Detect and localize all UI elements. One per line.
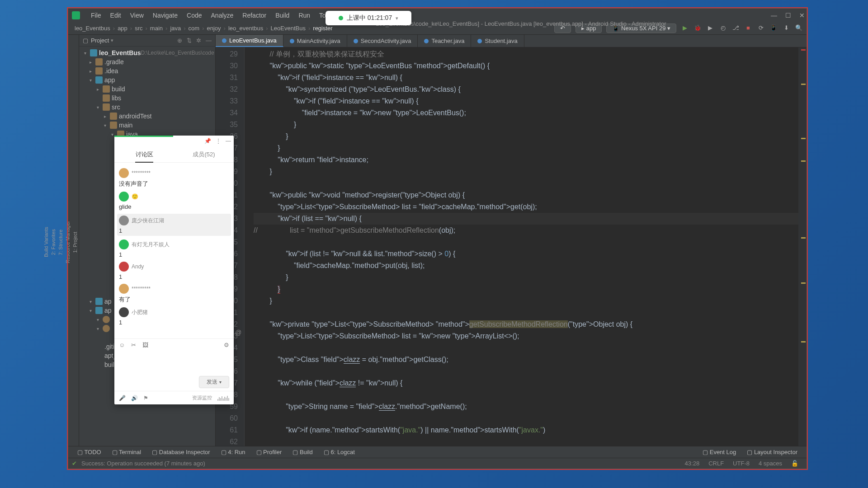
crumb[interactable]: java [167,25,184,32]
menu-view[interactable]: View [126,12,148,19]
menu-code[interactable]: Code [182,12,206,19]
emoji-icon[interactable]: ☺ [119,342,125,348]
more-icon[interactable]: ⋮ [216,138,221,144]
chat-message[interactable]: 小肥猪1 [119,307,229,326]
structure-tab[interactable]: 7: Structure [57,222,64,263]
chat-input[interactable] [119,351,229,373]
project-header: ▢ Project ▾ ⊕ ⇅ ✲ — [79,35,215,47]
menu-run[interactable]: Run [294,12,315,19]
flag-icon[interactable]: ⚑ [143,395,148,401]
crumb[interactable]: leo_Eventbus [72,25,113,32]
crumb[interactable]: src [132,25,145,32]
image-icon[interactable]: 🖼 [142,342,148,348]
tree-node[interactable]: ▾src [79,103,215,112]
markers-strip[interactable] [798,47,807,446]
speaker-icon[interactable]: 🔊 [131,395,138,401]
send-button[interactable]: 发送 ▾ [199,376,229,388]
bottom-tool[interactable]: ▢ Build [287,449,318,455]
chat-message[interactable]: Andy1 [119,262,229,280]
mic-icon[interactable]: 🎤 [119,395,126,401]
tree-node[interactable]: ▸build [79,84,215,94]
editor-tab[interactable]: LeoEventBus.java [216,35,283,47]
variants-tab[interactable]: Build Variants [42,220,50,264]
menu-navigate[interactable]: Navigate [148,12,182,19]
tree-node[interactable]: ▸androidTest [79,112,215,121]
project-tab[interactable]: 1: Project [71,225,79,260]
tab-members[interactable]: 成员(52) [174,146,234,162]
expand-icon[interactable]: ⇅ [187,37,192,44]
maximize-icon[interactable]: ☐ [785,12,791,19]
resource-manager-tab[interactable]: Resource Manager [64,214,71,271]
title-path: Leo_EventBus\code_ke\Leo_EventBus] - Leo… [376,20,666,27]
scissors-icon[interactable]: ✂ [131,342,136,348]
editor-tab[interactable]: Teacher.java [418,35,471,47]
recording-timer[interactable]: 上课中 01:21:07 ▾ [326,11,411,25]
chat-message[interactable]: 有灯无月不娱人1 [119,239,229,258]
minimize-icon[interactable]: — [226,138,231,144]
bottom-tool[interactable]: ▢ Event Log [697,449,741,455]
bottom-tool[interactable]: ▢ Profiler [251,449,288,455]
crumb[interactable]: com [186,25,203,32]
close-icon[interactable]: ✕ [799,12,805,19]
editor-tab[interactable]: MainActivity.java [283,35,347,47]
menu-refactor[interactable]: Refactor [238,12,271,19]
bottom-tool[interactable]: ▢ Database Inspector [146,449,215,455]
hide-icon[interactable]: — [206,37,212,44]
bottom-tool[interactable]: ▢ 4: Run [216,449,251,455]
indent[interactable]: 4 spaces [754,460,787,467]
project-title: Project [91,37,109,44]
menu-analyze[interactable]: Analyze [207,12,238,19]
sdk-icon[interactable]: ⬇ [782,24,790,33]
tree-node[interactable]: ▸.idea [79,66,215,75]
encoding[interactable]: UTF-8 [728,460,754,467]
timer-label: 上课中 01:21:07 [347,14,392,22]
chat-message[interactable]: 🙂glide [119,192,229,210]
menu-edit[interactable]: Edit [106,12,126,19]
chat-body[interactable]: *********没有声音了🙂glide庞少侠在江湖1有灯无月不娱人1Andy1… [114,163,234,338]
crumb[interactable]: enjoy [204,25,224,32]
settings-icon[interactable]: ✲ [196,37,201,44]
tree-node[interactable]: ▾main [79,121,215,130]
crumb[interactable]: register [310,25,335,32]
search-icon[interactable]: 🔍 [795,24,803,33]
editor-tab[interactable]: Student.java [471,35,524,47]
bottom-tool[interactable]: ▢ TODO [72,449,107,455]
chat-message[interactable]: *********没有声音了 [119,168,229,188]
favorites-tab[interactable]: 2: Favorites [50,222,57,262]
pin-icon[interactable]: 📌 [204,138,211,144]
chat-message[interactable]: 庞少侠在江湖1 [117,214,231,236]
chat-message[interactable]: *********有了 [119,284,229,304]
coverage-icon[interactable]: ▶ [706,24,714,33]
code[interactable]: // 单例，双重校验锁来保证线程安全 "kw">public "kw">stat… [245,47,798,446]
stop-icon[interactable]: ■ [744,24,752,33]
debug-icon[interactable]: 🐞 [693,24,702,33]
crumb[interactable]: main [147,25,165,32]
crumb[interactable]: app [115,25,130,32]
run-icon[interactable]: ▶ [681,24,689,33]
crumb[interactable]: LeoEventBus [268,25,308,32]
profiler-icon[interactable]: ◴ [719,24,727,33]
editor[interactable]: 2930313233343536373839404142434445464748… [216,47,807,446]
bottom-tool[interactable]: ▢ Terminal [107,449,147,455]
sync-icon[interactable]: ⟳ [757,24,765,33]
crumb[interactable]: leo_eventbus [226,25,266,32]
project-icon: ▢ [83,37,88,44]
status-icon: ✔ [72,460,77,467]
tab-discuss[interactable]: 讨论区 [114,146,174,162]
menu-file[interactable]: File [86,12,106,19]
avd-icon[interactable]: 📱 [769,24,778,33]
tree-root[interactable]: ▾leo_EventBus D:\Leo\ke\Leo_EventBus\cod… [79,48,215,57]
attach-icon[interactable]: ⎇ [731,24,740,33]
locate-icon[interactable]: ⊕ [177,37,182,44]
tree-node[interactable]: ▾app [79,75,215,84]
bottom-tool[interactable]: ▢ 6: Logcat [318,449,360,455]
gear-icon[interactable]: ⚙ [224,342,229,348]
lock-icon[interactable]: 🔓 [787,460,803,467]
menu-build[interactable]: Build [271,12,294,19]
editor-tab[interactable]: SecondActivity.java [347,35,418,47]
tree-node[interactable]: ▸.gradle [79,57,215,66]
tree-node[interactable]: libs [79,94,215,103]
line-ending[interactable]: CRLF [704,460,728,467]
bottom-tool[interactable]: ▢ Layout Inspector [741,449,803,455]
minimize-icon[interactable]: — [771,12,777,19]
